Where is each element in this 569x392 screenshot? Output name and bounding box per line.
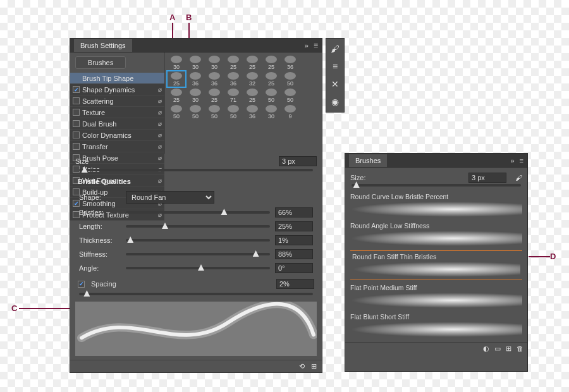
brush-presets-grid[interactable]: 3030302525253625363636322550253025712550…: [168, 55, 319, 119]
slider-value-field[interactable]: 1%: [275, 235, 313, 245]
brush-preset[interactable]: 36: [187, 71, 204, 87]
option-texture[interactable]: Texture⌀: [70, 107, 164, 118]
size-label: Size: [75, 157, 103, 165]
brush-preset[interactable]: 25: [168, 88, 185, 103]
brush-stroke-list[interactable]: Round Curve Low Bristle PercentRound Ang…: [350, 193, 522, 338]
brush-preset[interactable]: 50: [187, 104, 204, 119]
brush-preset[interactable]: 25: [224, 55, 242, 70]
brush-preset[interactable]: 36: [243, 104, 261, 119]
brush-preset[interactable]: 30: [205, 55, 223, 70]
collapse-icon[interactable]: »: [510, 157, 514, 164]
brush-preset[interactable]: 50: [168, 104, 185, 119]
brushes-button[interactable]: Brushes: [75, 56, 126, 69]
brush-preset[interactable]: 50: [205, 104, 223, 119]
delete-icon[interactable]: 🗑: [517, 345, 523, 353]
lock-icon[interactable]: ⌀: [158, 120, 162, 127]
preview-toggle-icon[interactable]: ⟲: [299, 362, 305, 371]
brush-preset[interactable]: 25: [205, 88, 223, 103]
brush-preset[interactable]: 25: [243, 55, 261, 70]
slider-thumb[interactable]: [221, 209, 227, 215]
option-checkbox[interactable]: [73, 97, 80, 104]
brush-preset[interactable]: 36: [205, 71, 223, 87]
brush-preset[interactable]: 32: [243, 71, 261, 87]
panel-title-tab[interactable]: Brush Settings: [74, 39, 132, 52]
size-row: Size 3 px: [70, 154, 322, 169]
panel-menu-icon[interactable]: ≡: [314, 41, 318, 50]
brush-preset[interactable]: 71: [224, 88, 242, 103]
brush-preset-size: 30: [211, 64, 217, 70]
new-brush-icon[interactable]: ⊞: [506, 345, 511, 353]
brush-preset[interactable]: 50: [281, 71, 299, 87]
option-transfer[interactable]: Transfer⌀: [70, 141, 164, 152]
option-checkbox[interactable]: [73, 86, 80, 93]
new-group-icon[interactable]: ▭: [494, 345, 501, 353]
spacing-slider[interactable]: [79, 293, 313, 295]
lock-icon[interactable]: ⌀: [158, 97, 162, 104]
brush-preset[interactable]: 30: [187, 55, 204, 70]
toggle-brush-preview-icon[interactable]: 🖌: [515, 174, 522, 181]
brush-preset[interactable]: 25: [168, 71, 185, 87]
brushes-panel-title[interactable]: Brushes: [349, 154, 387, 167]
lock-icon[interactable]: ⌀: [158, 109, 162, 116]
slider-thumb[interactable]: [198, 264, 204, 271]
option-checkbox[interactable]: [73, 120, 80, 127]
slider-value-field[interactable]: 88%: [275, 249, 313, 259]
brush-preset[interactable]: 30: [168, 55, 185, 70]
option-checkbox[interactable]: [73, 132, 80, 138]
option-dual-brush[interactable]: Dual Brush⌀: [70, 118, 164, 130]
new-preset-icon[interactable]: ⊞: [311, 362, 317, 371]
spacing-value-field[interactable]: 2%: [276, 279, 314, 289]
brush-preset[interactable]: 50: [224, 104, 242, 119]
collapse-icon[interactable]: »: [305, 42, 309, 49]
slider-track[interactable]: [126, 211, 270, 214]
slider-thumb[interactable]: [253, 250, 259, 257]
slider-value-field[interactable]: 25%: [275, 221, 313, 231]
brush-preset[interactable]: 36: [224, 71, 242, 87]
brush-preset[interactable]: 25: [262, 55, 280, 70]
lock-icon[interactable]: ⌀: [158, 86, 162, 93]
slider-track[interactable]: [126, 253, 270, 255]
shape-select[interactable]: Round Fan: [126, 191, 214, 204]
slider-thumb[interactable]: [127, 236, 133, 243]
slider-value-field[interactable]: 66%: [275, 207, 313, 217]
size-slider[interactable]: [79, 169, 313, 171]
panel-menu-icon[interactable]: ≡: [520, 157, 523, 164]
brush-preset[interactable]: 25: [262, 71, 280, 87]
brush-list-item[interactable]: Flat Point Medium Stiff: [350, 284, 522, 308]
option-scattering[interactable]: Scattering⌀: [70, 95, 164, 107]
spacing-checkbox[interactable]: [78, 281, 85, 288]
slider-track[interactable]: [126, 239, 270, 242]
option-brush-tip-shape[interactable]: Brush Tip Shape: [70, 73, 164, 84]
slider-track[interactable]: [126, 267, 270, 269]
option-checkbox[interactable]: [73, 109, 80, 116]
option-shape-dynamics[interactable]: Shape Dynamics⌀: [70, 84, 164, 95]
option-checkbox[interactable]: [73, 143, 80, 150]
slider-thumb[interactable]: [162, 223, 168, 229]
lock-icon[interactable]: ⌀: [158, 132, 162, 138]
lock-icon[interactable]: ⌀: [158, 143, 162, 150]
brush-preset-size: 50: [173, 113, 180, 119]
slider-track[interactable]: [126, 225, 270, 228]
live-preview-icon[interactable]: ◐: [483, 345, 489, 353]
cloud-libraries-icon[interactable]: ◉: [329, 95, 341, 108]
brush-list-item[interactable]: Flat Blunt Short Stiff: [350, 313, 522, 337]
crossed-tools-icon[interactable]: ✕: [329, 78, 341, 90]
brush-list-item[interactable]: Round Curve Low Bristle Percent: [350, 193, 522, 217]
paragraph-panel-icon[interactable]: ≡: [329, 60, 341, 73]
brush-preset[interactable]: 50: [262, 88, 280, 103]
brush-preset[interactable]: 30: [187, 88, 204, 103]
brush-list-item[interactable]: Round Angle Low Stiffness: [350, 222, 522, 246]
brush-panel-icon[interactable]: 🖌: [329, 42, 341, 55]
brushes-size-field[interactable]: 3 px: [468, 173, 506, 183]
brush-preset[interactable]: 9: [281, 104, 299, 119]
slider-value-field[interactable]: 0°: [275, 263, 313, 273]
size-value-field[interactable]: 3 px: [279, 156, 317, 166]
brushes-size-slider[interactable]: [352, 184, 521, 187]
brush-preset[interactable]: 36: [281, 55, 299, 70]
brush-preset[interactable]: 50: [281, 88, 299, 103]
brush-preset[interactable]: 25: [243, 88, 261, 103]
option-checkbox[interactable]: [73, 75, 80, 82]
brush-list-item[interactable]: Round Fan Stiff Thin Bristles: [350, 251, 522, 279]
brush-preset[interactable]: 30: [262, 104, 280, 119]
option-color-dynamics[interactable]: Color Dynamics⌀: [70, 130, 164, 141]
